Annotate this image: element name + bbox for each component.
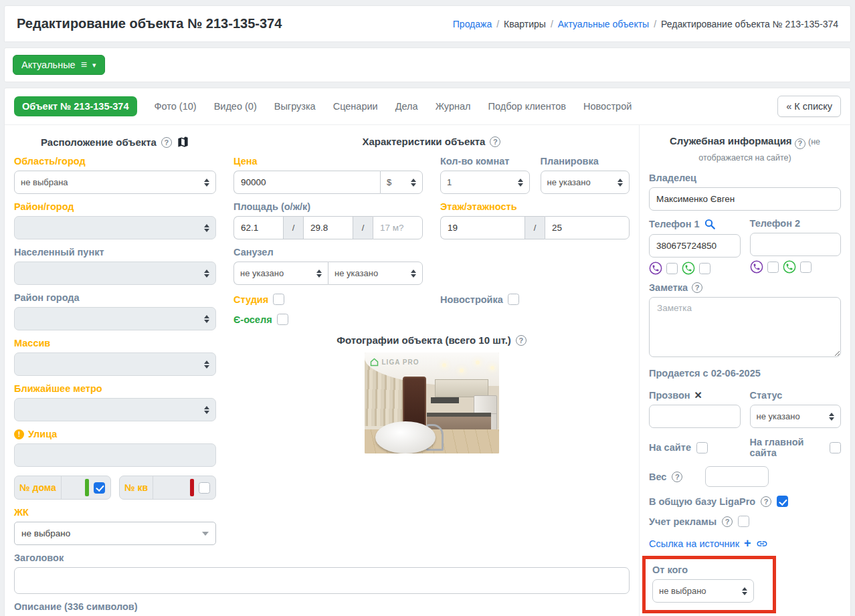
- area-kitchen-input[interactable]: [373, 216, 423, 239]
- source-link[interactable]: Ссылка на источник +: [649, 536, 768, 550]
- help-icon[interactable]: ?: [672, 472, 682, 482]
- street-label: Улица: [28, 429, 57, 439]
- area-living-input[interactable]: [303, 216, 353, 239]
- tab-photo[interactable]: Фото (10): [155, 101, 197, 112]
- region-select[interactable]: не выбрана: [14, 171, 216, 194]
- source-link-label: Ссылка на источник: [649, 538, 739, 549]
- newbuild-checkbox[interactable]: [508, 294, 519, 305]
- slash-separator: /: [353, 216, 373, 239]
- breadcrumb-sale[interactable]: Продажа: [453, 19, 492, 29]
- close-icon[interactable]: ✕: [694, 390, 702, 401]
- green-indicator-bar: [85, 479, 89, 496]
- currency-select[interactable]: $: [380, 171, 423, 194]
- note-textarea[interactable]: [649, 297, 841, 357]
- city-district-label: Район города: [14, 292, 80, 303]
- breadcrumb: Продажа / Квартиры / Актуальные объекты …: [453, 19, 838, 29]
- street-input: [14, 443, 216, 467]
- help-icon[interactable]: ?: [490, 136, 500, 147]
- from-whom-select[interactable]: не выбрано: [652, 579, 754, 603]
- help-icon[interactable]: ?: [161, 137, 172, 148]
- price-input[interactable]: [233, 171, 380, 194]
- layout-select[interactable]: не указано: [541, 171, 630, 194]
- price-label: Цена: [233, 156, 258, 167]
- phone2-whatsapp-checkbox[interactable]: [800, 262, 812, 273]
- weight-input[interactable]: [705, 466, 769, 487]
- on-main-checkbox[interactable]: [830, 442, 841, 453]
- select-arrows-icon: [829, 413, 834, 421]
- city-district-select: [14, 307, 216, 330]
- owner-input[interactable]: [649, 187, 841, 211]
- house-number-input[interactable]: [62, 476, 85, 499]
- status-select[interactable]: не указано: [750, 405, 842, 428]
- breadcrumb-actual-objects[interactable]: Актуальные объекты: [558, 19, 649, 29]
- rooms-select[interactable]: 1: [440, 171, 530, 194]
- watermark-text: LIGA PRO: [382, 358, 419, 366]
- chevron-down-icon: [202, 532, 209, 536]
- on-site-label: На сайте: [649, 442, 691, 453]
- tab-newbuild[interactable]: Новострой: [583, 101, 632, 112]
- studio-checkbox[interactable]: [273, 294, 284, 305]
- tab-export[interactable]: Выгрузка: [274, 101, 316, 112]
- caret-down-icon: ▾: [92, 62, 96, 69]
- help-icon[interactable]: ?: [722, 516, 733, 527]
- characteristics-header: Характеристики объекта: [363, 136, 486, 147]
- help-icon[interactable]: ?: [692, 282, 702, 293]
- tab-object[interactable]: Объект № 213-135-374: [14, 96, 137, 116]
- eoselia-label: Є-оселя: [233, 314, 272, 325]
- viber-icon: [649, 262, 662, 275]
- floors-total-input[interactable]: [545, 216, 630, 239]
- tab-tasks[interactable]: Дела: [395, 101, 418, 112]
- select-arrows-icon: [204, 224, 209, 232]
- object-photo[interactable]: LIGA PRO: [365, 352, 499, 453]
- whatsapp-icon: [682, 262, 695, 275]
- tab-client-match[interactable]: Подбор клиентов: [488, 101, 566, 112]
- hamburger-icon: ≡: [81, 60, 87, 70]
- bathroom-select-2[interactable]: не указано: [328, 262, 423, 285]
- complex-select-value: не выбрано: [21, 528, 70, 538]
- floor-input[interactable]: [440, 216, 525, 239]
- location-header: Расположение объекта: [41, 136, 157, 148]
- bathroom-select-1[interactable]: не указано: [233, 262, 328, 285]
- phone1-whatsapp-checkbox[interactable]: [699, 263, 710, 274]
- select-arrows-icon: [204, 270, 209, 278]
- ligapro-checkbox[interactable]: [777, 496, 788, 507]
- prozvon-label: Прозвон: [649, 390, 690, 401]
- on-site-checkbox[interactable]: [696, 442, 708, 453]
- rooms-select-value: 1: [447, 177, 452, 187]
- slash-separator: /: [525, 216, 545, 239]
- help-icon[interactable]: ?: [795, 138, 805, 149]
- prozvon-input[interactable]: [649, 405, 741, 428]
- phone1-viber-checkbox[interactable]: [666, 263, 678, 274]
- help-icon[interactable]: ?: [761, 496, 771, 507]
- massif-select: [14, 352, 216, 376]
- bathroom-label: Санузел: [233, 247, 274, 258]
- status-label: Статус: [750, 390, 783, 401]
- phone2-input[interactable]: [750, 233, 842, 256]
- tab-journal[interactable]: Журнал: [436, 101, 471, 112]
- area-label: Площадь (о/ж/к): [233, 201, 310, 212]
- phone1-input[interactable]: [649, 234, 741, 258]
- apartment-number-input[interactable]: [153, 476, 190, 499]
- apartment-number-checkbox[interactable]: [199, 482, 210, 494]
- house-number-checkbox[interactable]: [94, 482, 105, 494]
- house-number-group: № дома: [14, 476, 111, 500]
- title-input[interactable]: [14, 567, 630, 594]
- tab-video[interactable]: Видео (0): [214, 101, 257, 112]
- currency-select-value: $: [387, 177, 391, 187]
- back-to-list-button[interactable]: « К списку: [777, 96, 841, 117]
- eoselia-checkbox[interactable]: [277, 314, 288, 325]
- ligapro-house-icon: [369, 357, 379, 367]
- breadcrumb-apartments: Квартиры: [504, 19, 546, 29]
- search-icon[interactable]: [704, 218, 716, 230]
- ligapro-label: В общую базу LigaPro: [649, 496, 755, 507]
- newbuild-label: Новостройка: [440, 294, 503, 305]
- ads-tracking-checkbox[interactable]: [738, 516, 749, 527]
- complex-select[interactable]: не выбрано: [14, 522, 216, 545]
- district-city-label: Район/город: [14, 201, 74, 212]
- help-icon[interactable]: ?: [516, 335, 527, 346]
- tab-scenarios[interactable]: Сценарии: [333, 101, 378, 112]
- area-total-input[interactable]: [233, 216, 283, 239]
- phone2-viber-checkbox[interactable]: [767, 262, 779, 273]
- map-icon[interactable]: [177, 136, 189, 148]
- status-dropdown-button[interactable]: Актуальные ≡ ▾: [13, 55, 105, 75]
